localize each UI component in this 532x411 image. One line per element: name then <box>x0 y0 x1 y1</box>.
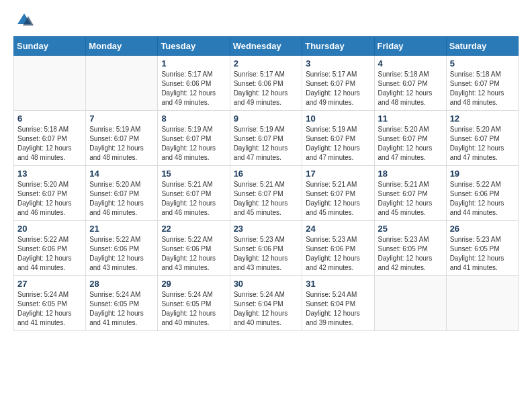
day-info: Sunrise: 5:23 AM Sunset: 6:06 PM Dayligh… <box>306 235 370 273</box>
calendar-day-cell: 9Sunrise: 5:19 AM Sunset: 6:07 PM Daylig… <box>230 111 302 166</box>
calendar-day-cell: 4Sunrise: 5:18 AM Sunset: 6:07 PM Daylig… <box>374 56 446 111</box>
calendar-day-cell: 21Sunrise: 5:22 AM Sunset: 6:06 PM Dayli… <box>86 221 158 276</box>
calendar-day-cell: 17Sunrise: 5:21 AM Sunset: 6:07 PM Dayli… <box>302 166 374 221</box>
day-number: 1 <box>161 58 226 68</box>
day-number: 26 <box>450 224 515 234</box>
day-info: Sunrise: 5:19 AM Sunset: 6:07 PM Dayligh… <box>306 125 370 163</box>
day-info: Sunrise: 5:22 AM Sunset: 6:06 PM Dayligh… <box>89 235 154 273</box>
calendar-day-cell: 28Sunrise: 5:24 AM Sunset: 6:05 PM Dayli… <box>86 276 158 331</box>
calendar-day-cell: 1Sunrise: 5:17 AM Sunset: 6:06 PM Daylig… <box>158 56 230 111</box>
day-number: 6 <box>17 113 82 124</box>
calendar-day-cell: 30Sunrise: 5:24 AM Sunset: 6:04 PM Dayli… <box>230 276 302 331</box>
calendar-empty-cell <box>86 56 158 111</box>
calendar-day-cell: 8Sunrise: 5:19 AM Sunset: 6:07 PM Daylig… <box>158 111 230 166</box>
day-number: 31 <box>306 279 370 289</box>
day-number: 19 <box>450 169 515 179</box>
calendar-week-row: 6Sunrise: 5:18 AM Sunset: 6:07 PM Daylig… <box>14 111 519 166</box>
day-number: 21 <box>89 224 154 234</box>
calendar-day-cell: 14Sunrise: 5:20 AM Sunset: 6:07 PM Dayli… <box>86 166 158 221</box>
calendar-table: SundayMondayTuesdayWednesdayThursdayFrid… <box>13 36 519 331</box>
day-info: Sunrise: 5:23 AM Sunset: 6:06 PM Dayligh… <box>234 235 299 273</box>
weekday-header-wednesday: Wednesday <box>230 37 302 56</box>
calendar-week-row: 27Sunrise: 5:24 AM Sunset: 6:05 PM Dayli… <box>14 276 519 331</box>
day-info: Sunrise: 5:23 AM Sunset: 6:05 PM Dayligh… <box>450 235 515 273</box>
calendar-empty-cell <box>446 276 518 331</box>
day-info: Sunrise: 5:21 AM Sunset: 6:07 PM Dayligh… <box>306 180 370 218</box>
calendar-day-cell: 25Sunrise: 5:23 AM Sunset: 6:05 PM Dayli… <box>374 221 446 276</box>
day-info: Sunrise: 5:21 AM Sunset: 6:07 PM Dayligh… <box>161 180 226 218</box>
weekday-header-tuesday: Tuesday <box>158 37 230 56</box>
calendar-day-cell: 13Sunrise: 5:20 AM Sunset: 6:07 PM Dayli… <box>14 166 86 221</box>
calendar-day-cell: 15Sunrise: 5:21 AM Sunset: 6:07 PM Dayli… <box>158 166 230 221</box>
day-info: Sunrise: 5:21 AM Sunset: 6:07 PM Dayligh… <box>378 180 443 218</box>
weekday-header-monday: Monday <box>86 37 158 56</box>
calendar-empty-cell <box>374 276 446 331</box>
calendar-day-cell: 11Sunrise: 5:20 AM Sunset: 6:07 PM Dayli… <box>374 111 446 166</box>
calendar-week-row: 1Sunrise: 5:17 AM Sunset: 6:06 PM Daylig… <box>14 56 519 111</box>
weekday-header-thursday: Thursday <box>302 37 374 56</box>
weekday-header-sunday: Sunday <box>14 37 86 56</box>
day-info: Sunrise: 5:18 AM Sunset: 6:07 PM Dayligh… <box>450 70 515 107</box>
calendar-day-cell: 31Sunrise: 5:24 AM Sunset: 6:04 PM Dayli… <box>302 276 374 331</box>
day-number: 15 <box>161 169 226 179</box>
day-info: Sunrise: 5:24 AM Sunset: 6:04 PM Dayligh… <box>234 290 299 328</box>
day-number: 17 <box>306 169 370 179</box>
day-info: Sunrise: 5:24 AM Sunset: 6:05 PM Dayligh… <box>161 290 226 328</box>
day-number: 29 <box>161 279 226 289</box>
day-number: 16 <box>234 169 299 179</box>
day-number: 18 <box>378 169 443 179</box>
calendar-day-cell: 16Sunrise: 5:21 AM Sunset: 6:07 PM Dayli… <box>230 166 302 221</box>
day-info: Sunrise: 5:18 AM Sunset: 6:07 PM Dayligh… <box>17 125 82 163</box>
weekday-header-saturday: Saturday <box>446 37 518 56</box>
day-number: 4 <box>378 58 443 68</box>
day-info: Sunrise: 5:19 AM Sunset: 6:07 PM Dayligh… <box>234 125 299 163</box>
calendar-day-cell: 24Sunrise: 5:23 AM Sunset: 6:06 PM Dayli… <box>302 221 374 276</box>
day-info: Sunrise: 5:20 AM Sunset: 6:07 PM Dayligh… <box>17 180 82 218</box>
day-info: Sunrise: 5:22 AM Sunset: 6:06 PM Dayligh… <box>17 235 82 273</box>
calendar-day-cell: 6Sunrise: 5:18 AM Sunset: 6:07 PM Daylig… <box>14 111 86 166</box>
day-number: 28 <box>89 279 154 289</box>
day-number: 7 <box>89 113 154 124</box>
day-info: Sunrise: 5:17 AM Sunset: 6:06 PM Dayligh… <box>234 70 299 107</box>
day-info: Sunrise: 5:19 AM Sunset: 6:07 PM Dayligh… <box>89 125 154 163</box>
day-info: Sunrise: 5:20 AM Sunset: 6:07 PM Dayligh… <box>89 180 154 218</box>
page-header <box>13 13 519 30</box>
day-number: 25 <box>378 224 443 234</box>
day-info: Sunrise: 5:20 AM Sunset: 6:07 PM Dayligh… <box>378 125 443 163</box>
day-info: Sunrise: 5:23 AM Sunset: 6:05 PM Dayligh… <box>378 235 443 273</box>
day-number: 9 <box>234 113 299 124</box>
day-info: Sunrise: 5:21 AM Sunset: 6:07 PM Dayligh… <box>234 180 299 218</box>
day-info: Sunrise: 5:24 AM Sunset: 6:04 PM Dayligh… <box>306 290 370 328</box>
day-info: Sunrise: 5:24 AM Sunset: 6:05 PM Dayligh… <box>17 290 82 328</box>
calendar-day-cell: 23Sunrise: 5:23 AM Sunset: 6:06 PM Dayli… <box>230 221 302 276</box>
calendar-day-cell: 27Sunrise: 5:24 AM Sunset: 6:05 PM Dayli… <box>14 276 86 331</box>
calendar-day-cell: 7Sunrise: 5:19 AM Sunset: 6:07 PM Daylig… <box>86 111 158 166</box>
day-number: 23 <box>234 224 299 234</box>
calendar-day-cell: 5Sunrise: 5:18 AM Sunset: 6:07 PM Daylig… <box>446 56 518 111</box>
day-info: Sunrise: 5:20 AM Sunset: 6:07 PM Dayligh… <box>450 125 515 163</box>
calendar-day-cell: 26Sunrise: 5:23 AM Sunset: 6:05 PM Dayli… <box>446 221 518 276</box>
day-number: 8 <box>161 113 226 124</box>
day-info: Sunrise: 5:17 AM Sunset: 6:07 PM Dayligh… <box>306 70 370 107</box>
day-number: 10 <box>306 113 370 124</box>
calendar-day-cell: 18Sunrise: 5:21 AM Sunset: 6:07 PM Dayli… <box>374 166 446 221</box>
calendar-empty-cell <box>14 56 86 111</box>
calendar-day-cell: 2Sunrise: 5:17 AM Sunset: 6:06 PM Daylig… <box>230 56 302 111</box>
calendar-day-cell: 20Sunrise: 5:22 AM Sunset: 6:06 PM Dayli… <box>14 221 86 276</box>
day-number: 2 <box>234 58 299 68</box>
weekday-header-friday: Friday <box>374 37 446 56</box>
day-number: 30 <box>234 279 299 289</box>
day-number: 12 <box>450 113 515 124</box>
weekday-header-row: SundayMondayTuesdayWednesdayThursdayFrid… <box>14 37 519 56</box>
calendar-day-cell: 22Sunrise: 5:22 AM Sunset: 6:06 PM Dayli… <box>158 221 230 276</box>
calendar-day-cell: 12Sunrise: 5:20 AM Sunset: 6:07 PM Dayli… <box>446 111 518 166</box>
calendar-day-cell: 10Sunrise: 5:19 AM Sunset: 6:07 PM Dayli… <box>302 111 374 166</box>
day-info: Sunrise: 5:17 AM Sunset: 6:06 PM Dayligh… <box>161 70 226 107</box>
day-number: 11 <box>378 113 443 124</box>
day-number: 24 <box>306 224 370 234</box>
day-number: 5 <box>450 58 515 68</box>
day-info: Sunrise: 5:18 AM Sunset: 6:07 PM Dayligh… <box>378 70 443 107</box>
logo-icon <box>15 11 34 30</box>
calendar-day-cell: 3Sunrise: 5:17 AM Sunset: 6:07 PM Daylig… <box>302 56 374 111</box>
calendar-week-row: 13Sunrise: 5:20 AM Sunset: 6:07 PM Dayli… <box>14 166 519 221</box>
